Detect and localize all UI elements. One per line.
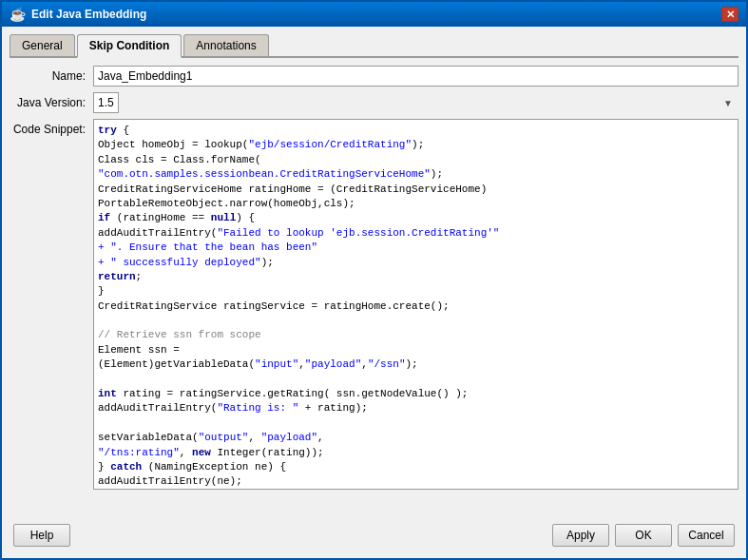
name-label: Name:: [10, 69, 86, 83]
apply-button[interactable]: Apply: [552, 524, 609, 547]
window-body: General Skip Condition Annotations Name:…: [2, 27, 746, 558]
window-icon: ☕: [10, 7, 26, 22]
help-button[interactable]: Help: [13, 524, 70, 547]
code-snippet-row: Code Snippet: try { Object homeObj = loo…: [10, 119, 738, 518]
title-bar-left: ☕ Edit Java Embedding: [10, 7, 146, 22]
java-version-label: Java Version:: [10, 96, 86, 109]
java-version-select[interactable]: 1.5 1.6 1.7: [93, 92, 119, 113]
form-area: Name: Java Version: 1.5 1.6 1.7 Code Sni…: [10, 66, 738, 518]
code-container: try { Object homeObj = lookup("ejb/sessi…: [93, 119, 738, 490]
java-version-row: Java Version: 1.5 1.6 1.7: [10, 92, 738, 113]
ok-button[interactable]: OK: [615, 524, 672, 547]
footer: Help Apply OK Cancel: [10, 518, 738, 550]
tab-annotations[interactable]: Annotations: [183, 34, 268, 56]
footer-right: Apply OK Cancel: [552, 524, 735, 547]
close-button[interactable]: ✕: [721, 7, 738, 22]
window-title: Edit Java Embedding: [31, 8, 146, 21]
tab-skip-condition[interactable]: Skip Condition: [77, 34, 182, 58]
name-row: Name:: [10, 66, 738, 87]
java-version-select-wrapper: 1.5 1.6 1.7: [93, 92, 738, 113]
main-window: ☕ Edit Java Embedding ✕ General Skip Con…: [0, 0, 748, 560]
code-editor[interactable]: try { Object homeObj = lookup("ejb/sessi…: [94, 120, 738, 489]
tab-general[interactable]: General: [10, 34, 75, 56]
title-bar: ☕ Edit Java Embedding ✕: [2, 2, 746, 27]
cancel-button[interactable]: Cancel: [678, 524, 735, 547]
name-input[interactable]: [93, 66, 738, 87]
tab-bar: General Skip Condition Annotations: [10, 34, 738, 58]
code-snippet-label: Code Snippet:: [10, 119, 86, 136]
